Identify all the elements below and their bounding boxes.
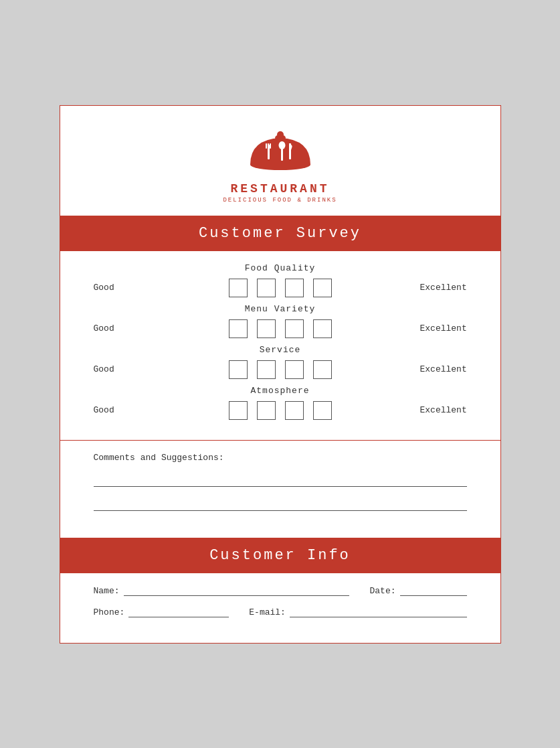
restaurant-tagline: DELICIOUS FOOD & DRINKS <box>223 197 337 204</box>
date-field[interactable] <box>400 585 467 596</box>
phone-email-row: Phone: E-mail: <box>94 607 467 617</box>
service-cb3[interactable] <box>285 360 304 379</box>
survey-form: RESTAURANT DELICIOUS FOOD & DRINKS Custo… <box>60 105 501 644</box>
food-quality-cb4[interactable] <box>313 279 332 297</box>
atmosphere-good: Good <box>94 405 141 415</box>
menu-variety-cb4[interactable] <box>313 319 332 338</box>
atmosphere-excellent: Excellent <box>420 405 467 415</box>
comments-section: Comments and Suggestions: <box>60 441 500 538</box>
customer-info-section: Name: Date: Phone: E-mail: <box>60 573 500 643</box>
comments-label: Comments and Suggestions: <box>94 453 467 463</box>
menu-variety-excellent: Excellent <box>420 323 467 333</box>
service-label: Service <box>94 345 467 355</box>
svg-rect-4 <box>266 143 267 149</box>
atmosphere-cb2[interactable] <box>257 401 276 420</box>
svg-rect-5 <box>268 143 269 149</box>
phone-field[interactable] <box>128 607 229 617</box>
info-banner: Customer Info <box>60 538 500 573</box>
atmosphere-cb3[interactable] <box>285 401 304 420</box>
svg-rect-6 <box>270 143 271 149</box>
date-label: Date: <box>369 586 395 596</box>
food-quality-excellent: Excellent <box>420 283 467 293</box>
service-good: Good <box>94 364 141 374</box>
atmosphere-cb1[interactable] <box>229 401 248 420</box>
menu-variety-block: Menu Variety Good Excellent <box>94 304 467 338</box>
food-quality-cb3[interactable] <box>285 279 304 297</box>
service-row: Good Excellent <box>94 360 467 379</box>
name-field[interactable] <box>124 585 350 596</box>
atmosphere-checkboxes <box>141 401 420 420</box>
service-cb4[interactable] <box>313 360 332 379</box>
svg-point-9 <box>278 141 285 149</box>
restaurant-logo-icon <box>244 126 317 179</box>
service-block: Service Good Excellent <box>94 345 467 379</box>
menu-variety-label: Menu Variety <box>94 304 467 314</box>
svg-point-2 <box>277 131 284 138</box>
phone-label: Phone: <box>94 607 125 617</box>
food-quality-label: Food Quality <box>94 263 467 273</box>
survey-banner: Customer Survey <box>60 216 500 251</box>
atmosphere-cb4[interactable] <box>313 401 332 420</box>
comment-line-1[interactable] <box>94 475 467 487</box>
name-label: Name: <box>94 586 120 596</box>
survey-section: Food Quality Good Excellent Menu Variety… <box>60 251 500 441</box>
food-quality-cb1[interactable] <box>229 279 248 297</box>
atmosphere-label: Atmosphere <box>94 386 467 396</box>
menu-variety-row: Good Excellent <box>94 319 467 338</box>
menu-variety-checkboxes <box>141 319 420 338</box>
atmosphere-row: Good Excellent <box>94 401 467 420</box>
menu-variety-cb2[interactable] <box>257 319 276 338</box>
menu-variety-cb3[interactable] <box>285 319 304 338</box>
food-quality-good: Good <box>94 283 141 293</box>
food-quality-block: Food Quality Good Excellent <box>94 263 467 297</box>
food-quality-checkboxes <box>141 279 420 297</box>
logo-section: RESTAURANT DELICIOUS FOOD & DRINKS <box>60 106 500 216</box>
name-date-row: Name: Date: <box>94 585 467 596</box>
service-excellent: Excellent <box>420 364 467 374</box>
comment-line-2[interactable] <box>94 499 467 511</box>
email-label: E-mail: <box>249 607 286 617</box>
menu-variety-good: Good <box>94 323 141 333</box>
menu-variety-cb1[interactable] <box>229 319 248 338</box>
food-quality-cb2[interactable] <box>257 279 276 297</box>
service-cb2[interactable] <box>257 360 276 379</box>
email-field[interactable] <box>290 607 467 617</box>
food-quality-row: Good Excellent <box>94 279 467 297</box>
restaurant-name: RESTAURANT <box>230 182 329 196</box>
service-checkboxes <box>141 360 420 379</box>
atmosphere-block: Atmosphere Good Excellent <box>94 386 467 420</box>
service-cb1[interactable] <box>229 360 248 379</box>
